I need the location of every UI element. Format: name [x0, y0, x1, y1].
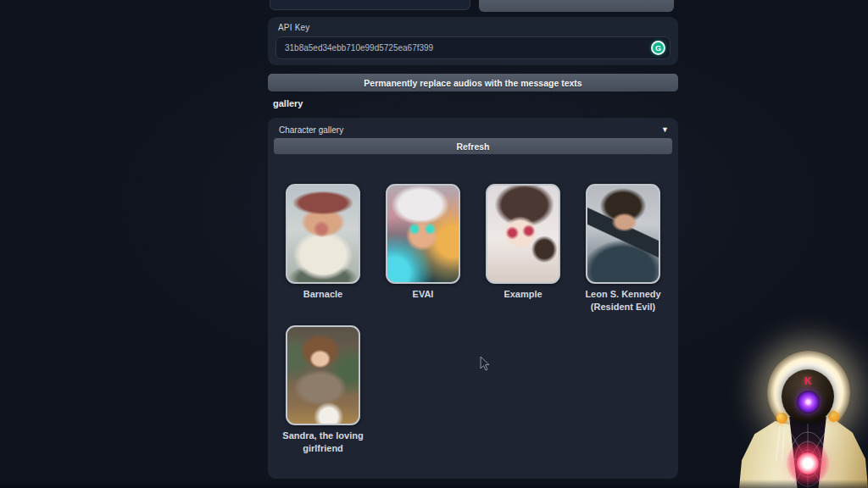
character-name: Example [504, 288, 542, 301]
character-cards-grid: Barnacle EVAI Example Leon S. Kennedy (R… [273, 184, 676, 455]
avatar-eye-glow [797, 391, 820, 413]
truncated-input[interactable] [270, 0, 470, 10]
chest-orb-glow [787, 442, 829, 485]
character-gallery-panel: Character gallery ▼ Refresh Barnacle EVA… [268, 118, 678, 479]
character-card-sandra[interactable]: Sandra, the loving girlfriend [273, 325, 373, 455]
character-thumbnail[interactable] [486, 184, 560, 284]
spiderweb-pattern [786, 417, 830, 488]
api-key-panel: API Key G [268, 17, 678, 65]
hood-pompom [776, 413, 787, 424]
vtuber-avatar-overlay: K [739, 351, 868, 488]
refresh-button[interactable]: Refresh [274, 138, 672, 154]
replace-audios-button[interactable]: Permanently replace audios with the mess… [268, 74, 678, 92]
chest-orb [797, 452, 819, 474]
avatar-robot-head: K [782, 369, 834, 424]
character-thumbnail[interactable] [286, 325, 360, 425]
character-thumbnail[interactable] [386, 184, 460, 284]
character-card-example[interactable]: Example [473, 184, 573, 313]
avatar-chest [786, 417, 830, 488]
avatar-yellow-hoodie [739, 415, 868, 488]
character-gallery-header[interactable]: Character gallery ▼ [279, 124, 669, 136]
character-thumbnail[interactable] [286, 184, 360, 284]
api-key-label: API Key [278, 23, 310, 32]
grammarly-icon[interactable]: G [651, 41, 665, 55]
gallery-section-label: gallery [273, 98, 303, 108]
character-name: Leon S. Kennedy (Resident Evil) [573, 288, 673, 313]
hoodie-drawstring [776, 425, 781, 461]
hood-pompom [828, 411, 839, 422]
chevron-down-icon[interactable]: ▼ [661, 125, 669, 134]
character-card-evai[interactable]: EVAI [373, 184, 473, 313]
avatar-halo-glow [767, 351, 850, 434]
truncated-button[interactable] [479, 0, 674, 12]
hoodie-drawstring [782, 427, 785, 463]
character-card-barnacle[interactable]: Barnacle [273, 184, 373, 313]
character-thumbnail[interactable] [586, 184, 660, 284]
character-name: Sandra, the loving girlfriend [273, 430, 373, 455]
character-card-leon[interactable]: Leon S. Kennedy (Resident Evil) [573, 184, 673, 313]
api-key-input[interactable] [275, 36, 670, 59]
character-name: EVAI [413, 288, 434, 301]
character-gallery-title: Character gallery [279, 125, 343, 135]
avatar-head-letter: K [782, 375, 834, 387]
character-name: Barnacle [303, 288, 342, 301]
